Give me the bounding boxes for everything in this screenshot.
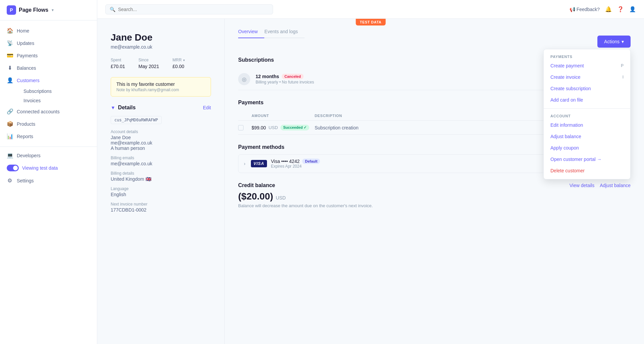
sidebar-item-settings[interactable]: ⚙ Settings xyxy=(0,174,97,187)
sidebar-logo[interactable]: P Page Flows ▾ xyxy=(0,0,97,20)
since-value: May 2021 xyxy=(139,64,159,69)
sidebar-item-customers[interactable]: 👤 Customers xyxy=(0,74,97,87)
topbar-actions: 📢 Feedback? 🔔 ❓ 👤 xyxy=(570,6,636,12)
feedback-button[interactable]: 📢 Feedback? xyxy=(570,7,600,12)
detail-next-invoice: Next invoice number 177CDBD1-0002 xyxy=(111,202,211,213)
since-label: Since xyxy=(139,58,159,62)
tab-events-logs[interactable]: Events and logs xyxy=(264,25,305,38)
account-label: Account details xyxy=(111,129,211,134)
customers-icon: 👤 xyxy=(7,77,13,83)
app-logo-icon: P xyxy=(7,5,16,15)
help-icon: ❓ xyxy=(617,6,624,12)
search-icon: 🔍 xyxy=(110,7,115,12)
collapse-icon[interactable]: ▼ xyxy=(111,105,115,110)
edit-details-button[interactable]: Edit xyxy=(203,105,211,110)
sidebar-item-label: Connected accounts xyxy=(17,109,60,114)
payments-icon: 💳 xyxy=(7,52,13,59)
dropdown-delete-customer[interactable]: Delete customer xyxy=(544,165,630,176)
tab-overview[interactable]: Overview xyxy=(238,25,264,38)
subscription-status-badge: Canceled xyxy=(282,74,304,79)
customer-note: This is my favorite customer Note by khu… xyxy=(111,77,211,97)
note-by: Note by khuffash.ramy@gmail.com xyxy=(116,88,205,92)
mrr-label: MRR ▾ xyxy=(172,58,184,62)
payment-amount: $99.00 USD Succeeded ✓ xyxy=(252,125,312,130)
adjust-balance-link[interactable]: Adjust balance xyxy=(600,183,631,188)
updates-icon: 📡 xyxy=(7,40,13,46)
shortcut-p: P xyxy=(621,63,624,68)
test-data-banner: TEST DATA xyxy=(356,19,386,25)
subscription-info: 12 months Canceled Billing yearly • No f… xyxy=(256,74,314,84)
spent-label: Spent xyxy=(111,58,125,62)
next-invoice-number: 177CDBD1-0002 xyxy=(111,207,211,213)
visa-logo: VISA xyxy=(251,160,267,167)
sidebar-item-label: Balances xyxy=(17,65,36,71)
megaphone-icon: 📢 xyxy=(570,7,575,12)
view-details-link[interactable]: View details xyxy=(570,183,594,188)
main-content: Jane Doe me@example.co.uk Spent £70.01 S… xyxy=(97,19,644,344)
stat-since: Since May 2021 xyxy=(139,58,159,69)
sidebar-item-label: Settings xyxy=(17,178,34,183)
dropdown-open-portal[interactable]: Open customer portal → xyxy=(544,154,630,165)
language-label: Language xyxy=(111,186,211,191)
stat-mrr: MRR ▾ £0.00 xyxy=(172,58,184,69)
notifications-button[interactable]: 🔔 xyxy=(605,6,612,12)
dropdown-add-card[interactable]: Add card on file xyxy=(544,94,630,106)
sidebar-item-label: Reports xyxy=(17,134,33,139)
customer-id: cus_JPqMD0aRWRAFWP xyxy=(111,116,162,124)
sidebar-item-products[interactable]: 📦 Products xyxy=(0,118,97,130)
test-data-toggle-row[interactable]: Viewing test data xyxy=(0,162,97,174)
dropdown-edit-info[interactable]: Edit information xyxy=(544,119,630,131)
pm-default-badge: Default xyxy=(302,159,320,164)
sidebar-item-label: Subscriptions xyxy=(23,89,52,94)
dropdown-adjust-balance[interactable]: Adjust balance xyxy=(544,131,630,142)
customer-email: me@example.co.uk xyxy=(111,44,211,50)
detail-language: Language English xyxy=(111,186,211,197)
subscription-icon: ◎ xyxy=(238,73,250,85)
spent-value: £70.01 xyxy=(111,64,125,69)
dropdown-create-payment[interactable]: Create payment P xyxy=(544,60,630,71)
customer-stats: Spent £70.01 Since May 2021 MRR ▾ £0.00 xyxy=(111,58,211,69)
sidebar-item-subscriptions[interactable]: Subscriptions xyxy=(17,87,97,96)
chevron-down-icon: ▾ xyxy=(52,8,54,12)
sidebar-item-label: Products xyxy=(17,121,35,127)
help-button[interactable]: ❓ xyxy=(617,6,624,12)
account-button[interactable]: 👤 xyxy=(629,6,636,12)
search-input[interactable] xyxy=(118,7,269,12)
note-title: This is my favorite customer xyxy=(116,81,205,87)
language-value: English xyxy=(111,192,211,197)
pm-chevron-icon[interactable]: › xyxy=(244,161,246,166)
payment-methods-title: Payment methods xyxy=(238,144,284,150)
sidebar-item-balances[interactable]: ⬇ Balances xyxy=(0,62,97,74)
actions-button[interactable]: Actions ▾ xyxy=(597,36,631,48)
pm-info: Visa •••• 4242 Default Expires Apr 2024 xyxy=(271,159,582,169)
dropdown-payments-section: PAYMENTS Create payment P Create invoice… xyxy=(544,49,630,108)
row-checkbox[interactable] xyxy=(238,125,244,130)
sidebar-item-payments[interactable]: 💳 Payments xyxy=(0,49,97,62)
subscription-name: 12 months Canceled xyxy=(256,74,314,79)
sidebar-item-connected-accounts[interactable]: 🔗 Connected accounts xyxy=(0,105,97,118)
dropdown-create-subscription[interactable]: Create subscription xyxy=(544,83,630,94)
billing-email-label: Billing emails xyxy=(111,156,211,160)
amount-col-header: AMOUNT xyxy=(252,114,312,118)
test-data-toggle[interactable] xyxy=(7,165,19,171)
dropdown-create-invoice[interactable]: Create invoice I xyxy=(544,71,630,83)
credit-balance-header: Credit balance View details Adjust balan… xyxy=(238,182,631,188)
sidebar-item-home[interactable]: 🏠 Home xyxy=(0,24,97,37)
account-type: A human person xyxy=(111,146,211,151)
app-name: Page Flows xyxy=(19,7,48,13)
connected-accounts-icon: 🔗 xyxy=(7,108,13,115)
dropdown-apply-coupon[interactable]: Apply coupon xyxy=(544,142,630,154)
billing-details-label: Billing details xyxy=(111,171,211,176)
settings-icon: ⚙ xyxy=(7,177,13,184)
sidebar-item-developers[interactable]: 💻 Developers xyxy=(0,147,97,162)
dropdown-account-section: ACCOUNT Edit information Adjust balance … xyxy=(544,108,630,179)
pm-card-name: Visa •••• 4242 Default xyxy=(271,159,582,164)
sidebar-item-invoices[interactable]: Invoices xyxy=(17,96,97,105)
credit-balance-title: Credit balance xyxy=(238,182,275,188)
credit-currency: USD xyxy=(276,195,286,200)
sidebar-item-reports[interactable]: 📊 Reports xyxy=(0,130,97,142)
shortcut-i: I xyxy=(623,75,624,79)
credit-balance-section: Credit balance View details Adjust balan… xyxy=(238,182,631,208)
search-bar[interactable]: 🔍 xyxy=(105,4,273,14)
sidebar-item-updates[interactable]: 📡 Updates xyxy=(0,37,97,49)
